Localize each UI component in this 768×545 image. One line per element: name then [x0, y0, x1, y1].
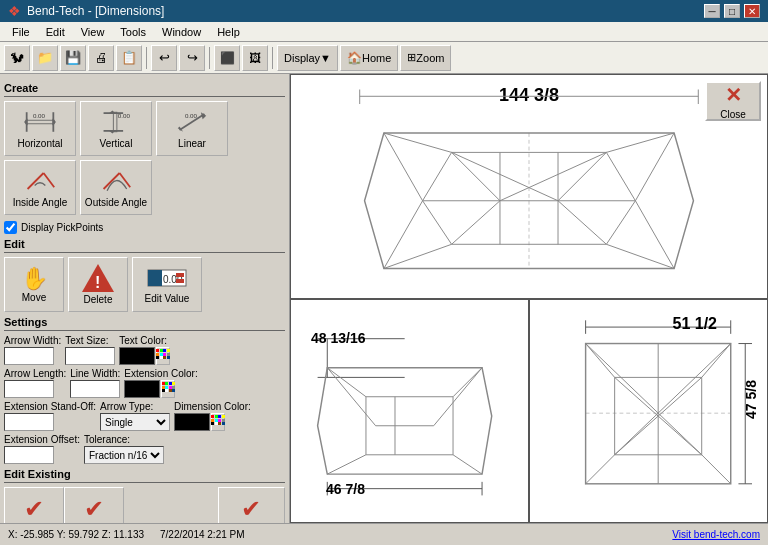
toolbar-open[interactable]: 📁 — [32, 45, 58, 71]
title-bar: ❖ Bend-Tech - [Dimensions] ─ □ ✕ — [0, 0, 768, 22]
edit-header: Edit — [4, 238, 285, 253]
arrow-length-input[interactable]: 1 — [4, 380, 54, 398]
dimension-color-box[interactable] — [174, 413, 210, 431]
close-button[interactable]: ✕ Close — [705, 81, 761, 121]
menu-file[interactable]: File — [4, 24, 38, 40]
create-inside-angle-btn[interactable]: Inside Angle — [4, 160, 76, 215]
svg-line-32 — [635, 133, 674, 201]
svg-line-42 — [500, 152, 606, 200]
text-color-palette-btn[interactable] — [156, 347, 170, 365]
toolbar-undo[interactable]: ↩ — [151, 45, 177, 71]
svg-line-47 — [558, 201, 606, 245]
menu-view[interactable]: View — [73, 24, 113, 40]
display-pickpoints-label: Display PickPoints — [21, 222, 103, 233]
outside-angle-label: Outside Angle — [85, 197, 147, 208]
svg-line-37 — [423, 152, 452, 200]
bottom-right-canvas-pane[interactable]: 51 1/2 47 5/8 — [529, 299, 768, 524]
svg-rect-26 — [176, 279, 184, 283]
svg-line-90 — [615, 343, 731, 454]
display-label: Display — [284, 52, 320, 64]
toolbar-redo[interactable]: ↪ — [179, 45, 205, 71]
menu-bar: File Edit View Tools Window Help — [0, 22, 768, 42]
minimize-btn[interactable]: ─ — [704, 4, 720, 18]
bend-tech-link[interactable]: Visit bend-tech.com — [672, 529, 760, 540]
toolbar-display-btn[interactable]: Display ▼ — [277, 45, 338, 71]
tolerance-select[interactable]: Fraction n/16 Decimal None — [84, 446, 164, 464]
svg-line-46 — [452, 201, 500, 245]
extension-color-label: Extension Color: — [124, 368, 197, 379]
toolbar-home-btn[interactable]: 🏠 Home — [340, 45, 398, 71]
toolbar-save[interactable]: 💾 — [60, 45, 86, 71]
edit-move-btn[interactable]: ✋ Move — [4, 257, 64, 312]
toolbar-copy[interactable]: 📋 — [116, 45, 142, 71]
settings-header: Settings — [4, 316, 285, 331]
text-size-field: Text Size: 10 — [65, 335, 115, 365]
menu-help[interactable]: Help — [209, 24, 248, 40]
edit-existing-select-btn[interactable]: ✔ Select — [4, 487, 64, 523]
menu-tools[interactable]: Tools — [112, 24, 154, 40]
display-pickpoints-checkbox[interactable] — [4, 221, 17, 234]
horizontal-label: Horizontal — [17, 138, 62, 149]
apply-to-all-btn[interactable]: ✔ Apply to All — [218, 487, 285, 523]
toolbar-img2[interactable]: 🖼 — [242, 45, 268, 71]
dimension-color-label: Dimension Color: — [174, 401, 251, 412]
outside-angle-icon — [100, 167, 132, 195]
ext-offset-input[interactable]: 0 — [4, 446, 54, 464]
svg-line-51 — [384, 133, 452, 152]
svg-text:0.00: 0.00 — [118, 112, 131, 119]
edit-value-btn[interactable]: 0.00 Edit Value — [132, 257, 202, 312]
create-vertical-btn[interactable]: 0.00 Vertical — [80, 101, 152, 156]
create-linear-btn[interactable]: 0.00 Linear — [156, 101, 228, 156]
arrow-length-label: Arrow Length: — [4, 368, 66, 379]
svg-rect-10 — [104, 130, 124, 132]
svg-line-86 — [586, 454, 615, 483]
edit-delete-btn[interactable]: ! Delete — [68, 257, 128, 312]
svg-rect-0 — [26, 120, 54, 124]
create-outside-angle-btn[interactable]: Outside Angle — [80, 160, 152, 215]
svg-line-16 — [28, 173, 44, 189]
create-horizontal-btn[interactable]: 0.00 Horizontal — [4, 101, 76, 156]
delete-icon: ! — [82, 264, 114, 294]
canvas-area: 144 3/8 — [290, 74, 768, 523]
arrow-width-input[interactable]: 0.5 — [4, 347, 54, 365]
svg-text:!: ! — [95, 274, 100, 291]
svg-line-54 — [606, 244, 674, 268]
toolbar: 🐿 📁 💾 🖨 📋 ↩ ↪ ⬛ 🖼 Display ▼ 🏠 Home ⊞ Zoo… — [0, 42, 768, 74]
home-label: Home — [362, 52, 391, 64]
linear-icon: 0.00 — [176, 108, 208, 136]
arrow-type-select[interactable]: Single Double None — [100, 413, 170, 431]
svg-rect-3 — [26, 112, 28, 132]
toolbar-zoom-btn[interactable]: ⊞ Zoom — [400, 45, 451, 71]
status-bar: X: -25.985 Y: 59.792 Z: 11.133 7/22/2014… — [0, 523, 768, 545]
ext-standoff-input[interactable]: 0 — [4, 413, 54, 431]
bottom-left-canvas-pane[interactable]: 48 13/16 46 7/8 — [290, 299, 529, 524]
close-title-btn[interactable]: ✕ — [744, 4, 760, 18]
bottom-right-wireframe — [530, 300, 767, 523]
dimension-color-palette-btn[interactable] — [211, 413, 225, 431]
text-size-input[interactable]: 10 — [65, 347, 115, 365]
svg-line-64 — [453, 367, 482, 396]
text-color-box[interactable] — [119, 347, 155, 365]
menu-window[interactable]: Window — [154, 24, 209, 40]
edit-existing-header: Edit Existing — [4, 468, 285, 483]
extension-color-palette-btn[interactable] — [161, 380, 175, 398]
delete-label: Delete — [84, 294, 113, 305]
toolbar-img1[interactable]: ⬛ — [214, 45, 240, 71]
extension-color-box[interactable] — [124, 380, 160, 398]
top-canvas-pane[interactable]: 144 3/8 — [290, 74, 768, 299]
toolbar-new[interactable]: 🐿 — [4, 45, 30, 71]
settings-section: Settings Arrow Width: 0.5 Text Size: 10 … — [4, 316, 285, 464]
svg-text:0.00: 0.00 — [33, 112, 46, 119]
toolbar-print[interactable]: 🖨 — [88, 45, 114, 71]
dimension-color-field: Dimension Color: — [174, 401, 251, 431]
inside-angle-icon — [24, 167, 56, 195]
restore-btn[interactable]: □ — [724, 4, 740, 18]
menu-edit[interactable]: Edit — [38, 24, 73, 40]
app-title: Bend-Tech - [Dimensions] — [27, 4, 164, 18]
line-width-label: Line Width: — [70, 368, 120, 379]
svg-rect-23 — [148, 270, 162, 286]
svg-line-59 — [327, 367, 366, 396]
edit-existing-apply-btn[interactable]: ✔ Apply — [64, 487, 124, 523]
svg-line-45 — [606, 201, 635, 245]
line-width-input[interactable]: 1 — [70, 380, 120, 398]
